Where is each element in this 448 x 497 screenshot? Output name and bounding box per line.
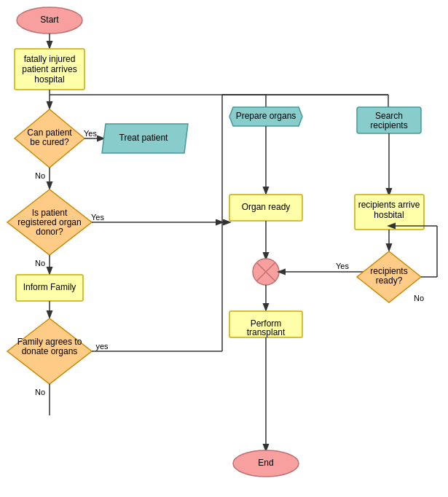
- no-cured-label: No: [35, 171, 45, 180]
- svg-text:hosbital: hosbital: [374, 210, 404, 220]
- search-recipients-label: Search: [375, 111, 403, 121]
- organ-ready-label: Organ ready: [242, 202, 291, 212]
- svg-text:donate organs: donate organs: [22, 346, 78, 356]
- no-family-label: No: [35, 388, 45, 396]
- svg-text:Is patient: Is patient: [32, 208, 68, 218]
- patient-arrives-label: fatally injured: [24, 54, 76, 64]
- svg-text:recipients: recipients: [370, 120, 407, 130]
- flowchart: Start fatally injured patient arrives ho…: [0, 0, 448, 497]
- svg-text:ready?: ready?: [376, 275, 403, 286]
- svg-text:be cured?: be cured?: [30, 137, 69, 147]
- svg-text:hospital: hospital: [34, 74, 64, 85]
- yes-donor-label: Yes: [91, 213, 104, 222]
- treat-patient-label: Treat patient: [119, 133, 169, 143]
- svg-text:Family agrees to: Family agrees to: [17, 337, 82, 347]
- start-label: Start: [40, 15, 59, 25]
- prepare-organs-label: Prepare organs: [236, 111, 296, 121]
- svg-text:Can patient: Can patient: [27, 128, 72, 138]
- recipients-arrive-label: recipients arrive: [358, 200, 420, 210]
- inform-family-label: Inform Family: [23, 282, 76, 292]
- end-label: End: [258, 458, 273, 468]
- svg-text:patient arrives: patient arrives: [22, 64, 76, 74]
- yes-family-label: yes: [95, 342, 109, 351]
- recipients-ready-label: recipients: [370, 266, 407, 276]
- no-donor-label: No: [35, 259, 45, 267]
- no-recipients-label: No: [414, 294, 424, 302]
- yes-cured-label: Yes: [84, 129, 97, 138]
- svg-text:donor?: donor?: [36, 227, 63, 237]
- yes-recipients-label: Yes: [336, 262, 349, 270]
- svg-text:registered organ: registered organ: [17, 217, 81, 227]
- svg-text:transplant: transplant: [247, 327, 286, 337]
